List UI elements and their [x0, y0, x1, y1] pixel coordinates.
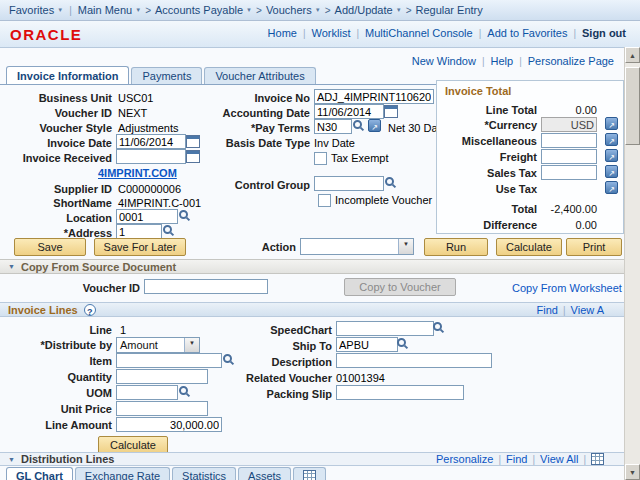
sales-tax-detail-icon[interactable] [605, 165, 618, 178]
run-button[interactable]: Run [424, 238, 488, 256]
uom-lookup-icon[interactable] [178, 385, 191, 398]
sales-tax-label: Sales Tax [437, 167, 537, 179]
tab-show-all-columns[interactable] [293, 467, 326, 480]
tax-exempt-checkbox[interactable] [314, 152, 327, 165]
collapse-icon[interactable]: ▼ [8, 456, 15, 463]
quantity-input[interactable] [116, 369, 208, 384]
save-for-later-button[interactable]: Save For Later [94, 238, 186, 256]
use-tax-detail-icon[interactable] [605, 181, 618, 194]
vertical-scrollbar[interactable] [624, 47, 640, 480]
breadcrumb-accounts-payable[interactable]: Accounts Payable [155, 4, 252, 16]
find-link[interactable]: Find [506, 453, 527, 465]
tax-exempt-label: Tax Exempt [331, 152, 388, 164]
copy-voucher-id-input[interactable] [144, 279, 268, 294]
breadcrumb-add-update[interactable]: Add/Update [335, 4, 402, 16]
add-to-favorites-link[interactable]: Add to Favorites [487, 27, 567, 39]
breadcrumb-vouchers[interactable]: Vouchers [266, 4, 321, 16]
miscellaneous-label: Miscellaneous [437, 135, 537, 147]
accounting-date-label: Accounting Date [196, 107, 310, 119]
view-all-link[interactable]: View A [571, 304, 604, 316]
view-all-link[interactable]: View All [540, 453, 578, 465]
speedchart-input[interactable] [336, 321, 434, 336]
speedchart-lookup-icon[interactable] [432, 321, 445, 334]
personalize-page-link[interactable]: Personalize Page [528, 55, 614, 67]
pay-terms-lookup-icon[interactable] [352, 119, 365, 132]
address-lookup-icon[interactable] [162, 224, 175, 237]
scrollbar-thumb[interactable] [625, 67, 640, 145]
breadcrumb-main-menu[interactable]: Main Menu [78, 4, 141, 16]
line-label: Line [0, 324, 112, 336]
distribution-links: Personalize Find View All [436, 453, 604, 465]
tab-exchange-rate[interactable]: Exchange Rate [75, 467, 170, 480]
control-group-input[interactable] [314, 176, 384, 191]
worklist-link[interactable]: Worklist [312, 27, 351, 39]
packing-slip-input[interactable] [336, 385, 464, 400]
scroll-up-icon[interactable] [625, 47, 640, 63]
invoice-received-calendar-icon[interactable] [186, 150, 200, 163]
chevron-down-icon[interactable] [184, 338, 199, 352]
find-link[interactable]: Find [537, 304, 558, 316]
sign-out-link[interactable]: Sign out [582, 27, 626, 39]
separator [69, 4, 72, 16]
pay-terms-input[interactable] [314, 119, 352, 134]
chevron-down-icon[interactable] [398, 239, 413, 254]
download-grid-icon[interactable] [591, 453, 604, 465]
address-input[interactable] [116, 224, 162, 239]
breadcrumb-favorites[interactable]: Favorites [9, 4, 63, 16]
invoice-received-input[interactable] [116, 149, 186, 164]
related-voucher-value: 01001394 [336, 372, 385, 384]
save-button[interactable]: Save [14, 238, 86, 256]
supplier-website-link[interactable]: 4IMPRINT.COM [98, 167, 177, 179]
tab-payments[interactable]: Payments [131, 67, 202, 85]
location-lookup-icon[interactable] [178, 209, 191, 222]
ship-to-input[interactable] [336, 337, 398, 352]
multichannel-console-link[interactable]: MultiChannel Console [365, 27, 473, 39]
show-all-columns-icon [303, 470, 316, 480]
currency-detail-icon[interactable] [605, 117, 618, 130]
miscellaneous-input[interactable] [541, 133, 597, 148]
pay-terms-detail-icon[interactable] [368, 119, 381, 132]
action-select[interactable] [300, 238, 414, 255]
breadcrumb: Favorites Main Menu Accounts Payable Vou… [0, 0, 640, 21]
freight-input[interactable] [541, 149, 597, 164]
freight-detail-icon[interactable] [605, 149, 618, 162]
help-icon[interactable] [84, 304, 96, 316]
invoice-date-input[interactable] [116, 134, 186, 149]
collapse-icon[interactable]: ▼ [8, 263, 15, 270]
help-link[interactable]: Help [491, 55, 514, 67]
new-window-link[interactable]: New Window [412, 55, 476, 67]
ship-to-lookup-icon[interactable] [396, 337, 409, 350]
distribute-by-select[interactable]: Amount [116, 337, 200, 353]
invoice-total-title: Invoice Total [445, 85, 511, 97]
unit-price-input[interactable] [116, 401, 208, 416]
location-input[interactable] [116, 209, 178, 224]
accounting-date-input[interactable] [314, 104, 384, 119]
tab-voucher-attributes[interactable]: Voucher Attributes [204, 67, 315, 85]
tab-invoice-information[interactable]: Invoice Information [6, 66, 129, 85]
scroll-down-icon[interactable] [625, 464, 640, 480]
tab-assets[interactable]: Assets [238, 467, 291, 480]
invoice-no-input[interactable] [314, 89, 434, 104]
breadcrumb-regular-entry[interactable]: Regular Entry [415, 4, 482, 16]
miscellaneous-detail-icon[interactable] [605, 133, 618, 146]
line-amount-label: Line Amount [0, 419, 112, 431]
packing-slip-label: Packing Slip [202, 388, 332, 400]
description-input[interactable] [336, 353, 492, 368]
tab-statistics[interactable]: Statistics [172, 467, 236, 480]
business-unit-label: Business Unit [0, 92, 112, 104]
print-button[interactable]: Print [566, 238, 622, 256]
tab-gl-chart[interactable]: GL Chart [6, 467, 73, 480]
calculate-button[interactable]: Calculate [496, 238, 562, 256]
uom-input[interactable] [116, 385, 178, 400]
accounting-date-calendar-icon[interactable] [384, 105, 398, 118]
voucher-style-value: Adjustments [118, 122, 179, 134]
home-link[interactable]: Home [268, 27, 297, 39]
difference-label: Difference [437, 219, 537, 231]
line-amount-input[interactable] [116, 417, 222, 432]
sales-tax-input[interactable] [541, 165, 597, 180]
incomplete-voucher-checkbox[interactable] [318, 194, 331, 207]
control-group-lookup-icon[interactable] [384, 176, 397, 189]
separator [532, 453, 535, 465]
copy-from-worksheet-link[interactable]: Copy From Worksheet [512, 282, 622, 294]
personalize-link[interactable]: Personalize [436, 453, 493, 465]
